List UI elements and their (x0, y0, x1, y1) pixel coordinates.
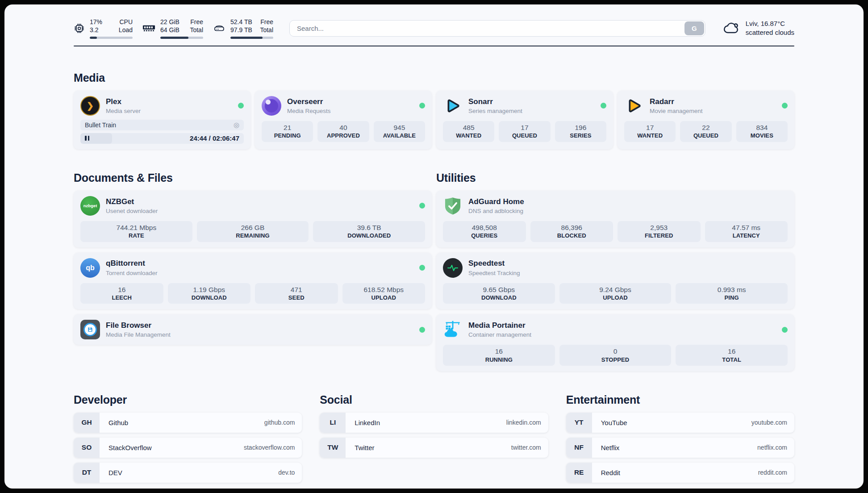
dashboard-page: 17% CPU 3.2 Load (0, 0, 868, 493)
cpu-percent: 17% (90, 18, 102, 26)
bookmark-url: stackoverflow.com (244, 444, 295, 451)
stat-value: 22 (682, 123, 730, 132)
bookmark-abbr-badge: SO (74, 438, 100, 458)
section-heading-utilities: Utilities (436, 171, 794, 184)
search-input[interactable] (289, 20, 705, 37)
status-dot (419, 327, 425, 333)
header-divider (74, 46, 794, 46)
app-card-sonarr[interactable]: Sonarr Series management 485 WANTED 17 Q… (436, 91, 613, 149)
stat-label: WANTED (626, 132, 674, 139)
app-card-portainer[interactable]: Media Portainer Container management 16 … (436, 314, 794, 371)
stat-series: 196 SERIES (555, 121, 606, 142)
stat-label: FILTERED (619, 232, 699, 239)
app-title: Speedtest (468, 259, 520, 268)
app-card-radarr[interactable]: Radarr Movie management 17 WANTED 22 QUE… (618, 91, 794, 149)
status-dot (601, 103, 606, 109)
cpu-load-value: 3.2 (90, 26, 98, 34)
app-subtitle: Container management (468, 331, 531, 338)
stat-label: TOTAL (677, 356, 786, 363)
bookmark-url: reddit.com (758, 469, 787, 476)
app-card-nzbget[interactable]: nzbget NZBGet Usenet downloader 744.21 M… (74, 191, 432, 247)
weather-condition: scattered clouds (746, 28, 794, 37)
bookmark-url: dev.to (278, 469, 295, 476)
section-heading-social: Social (320, 393, 548, 406)
stat-label: WANTED (445, 132, 492, 139)
bookmark-url: github.com (264, 419, 295, 426)
memory-widget: 22 GiB Free 64 GiB Total (142, 18, 203, 39)
bookmark-twitter[interactable]: TW Twitter twitter.com (320, 438, 548, 458)
stat-value: 266 GB (199, 223, 307, 232)
memory-progress-fill (160, 37, 188, 39)
stat-label: STOPPED (561, 356, 670, 363)
cpu-progress-fill (90, 37, 97, 39)
bookmark-reddit[interactable]: RE Reddit reddit.com (566, 463, 794, 483)
stat-value: 485 (445, 123, 492, 132)
app-card-qbittorrent[interactable]: qb qBittorrent Torrent downloader 16 LEE… (74, 253, 432, 309)
stat-wanted: 17 WANTED (624, 121, 676, 142)
stat-remaining: 266 GB REMAINING (197, 221, 309, 242)
app-subtitle: Usenet downloader (106, 208, 158, 214)
memory-total-value: 64 GiB (160, 26, 179, 34)
disk-total-value: 97.9 TB (230, 26, 252, 34)
stat-label: LEECH (82, 294, 162, 301)
bookmark-abbr-badge: YT (566, 413, 592, 433)
bookmark-dev[interactable]: DT DEV dev.to (74, 463, 302, 483)
stat-ping: 0.993 ms PING (676, 283, 788, 304)
bookmark-name: YouTube (601, 419, 627, 426)
status-dot (419, 203, 425, 209)
stat-label: PENDING (263, 132, 311, 139)
app-card-speedtest[interactable]: Speedtest Speedtest Tracking 9.65 Gbps D… (436, 253, 794, 309)
memory-label-top: Free (190, 18, 203, 26)
app-subtitle: Movie management (650, 108, 703, 114)
app-title: Overseerr (287, 97, 331, 106)
app-subtitle: Media File Management (106, 331, 171, 338)
app-title: qBittorrent (106, 259, 158, 268)
adguard-icon (443, 196, 463, 216)
bookmark-linkedin[interactable]: LI LinkedIn linkedin.com (320, 413, 548, 433)
status-dot (419, 103, 425, 109)
stat-label: UPLOAD (561, 294, 670, 301)
bookmark-netflix[interactable]: NF Netflix netflix.com (566, 438, 794, 458)
chip-icon (74, 23, 85, 34)
stat-label: DOWNLOAD (445, 294, 553, 301)
search-engine-button[interactable]: G (684, 21, 704, 35)
stat-queries: 498,508 QUERIES (443, 221, 526, 242)
filebrowser-icon (80, 320, 100, 339)
stat-stopped: 0 STOPPED (559, 345, 672, 366)
target-icon[interactable]: ◎ (234, 121, 239, 128)
bookmark-url: youtube.com (751, 419, 787, 426)
stat-value: 47.57 ms (707, 223, 786, 232)
bookmark-stackoverflow[interactable]: SO StackOverflow stackoverflow.com (74, 438, 302, 458)
weather-widget: Lviv, 16.87°C scattered clouds (722, 19, 794, 38)
stat-value: 196 (557, 123, 605, 132)
bookmark-youtube[interactable]: YT YouTube youtube.com (566, 413, 794, 433)
stat-value: 86,396 (532, 223, 612, 232)
app-card-adguard[interactable]: AdGuard Home DNS and adblocking 498,508 … (436, 191, 794, 247)
app-card-plex[interactable]: ❯ Plex Media server Bullet Train ◎ 24:44… (74, 91, 250, 149)
hard-drive-icon (213, 23, 225, 33)
disk-free-value: 52.4 TB (230, 18, 252, 26)
app-card-overseerr[interactable]: Overseerr Media Requests 21 PENDING 40 A… (255, 91, 432, 149)
app-card-filebrowser[interactable]: File Browser Media File Management (74, 314, 432, 345)
bookmark-github[interactable]: GH Github github.com (74, 413, 302, 433)
stat-queued: 22 QUEUED (680, 121, 731, 142)
ram-icon (142, 23, 155, 33)
dashboard-panel: 17% CPU 3.2 Load (4, 4, 864, 489)
app-title: Plex (106, 97, 141, 106)
stat-label: RATE (82, 232, 191, 239)
bookmark-abbr-badge: GH (74, 413, 100, 433)
bookmark-url: linkedin.com (506, 419, 541, 426)
stat-movies: 834 MOVIES (736, 121, 788, 142)
app-subtitle: Series management (468, 108, 522, 114)
stat-label: SERIES (557, 132, 605, 139)
pause-icon[interactable] (85, 136, 89, 141)
playback-progress-bar[interactable]: 24:44 / 02:06:47 (80, 133, 244, 144)
stat-value: 39.6 TB (315, 223, 423, 232)
stat-label: SEED (257, 294, 336, 301)
stat-value: 16 (445, 347, 553, 355)
app-subtitle: Media Requests (287, 108, 331, 114)
bookmark-abbr-badge: NF (566, 438, 592, 458)
app-title: File Browser (106, 321, 171, 330)
playback-time: 24:44 / 02:06:47 (190, 134, 239, 142)
bookmark-name: Netflix (601, 444, 620, 451)
